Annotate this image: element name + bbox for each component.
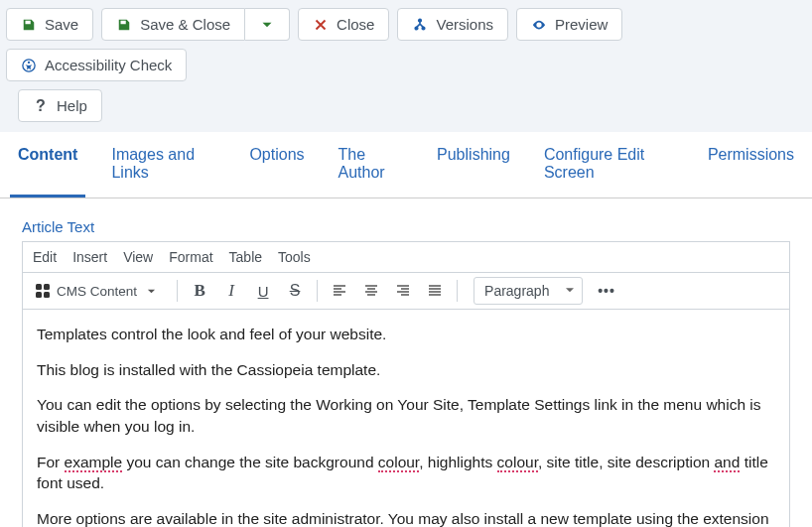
spell-error: example <box>65 454 123 472</box>
tabs: Content Images and Links Options The Aut… <box>0 132 812 198</box>
svg-rect-5 <box>36 284 42 290</box>
chevron-down-icon <box>143 283 159 299</box>
save-close-dropdown[interactable] <box>245 8 290 41</box>
cms-content-dropdown[interactable]: CMS Content <box>29 277 169 305</box>
joomla-icon <box>35 283 51 299</box>
align-center-button[interactable] <box>357 277 385 305</box>
paragraph: For example you can change the site back… <box>37 452 775 494</box>
help-label: Help <box>57 97 87 114</box>
spell-error: and <box>714 454 740 472</box>
cms-content-label: CMS Content <box>57 284 137 299</box>
close-button[interactable]: Close <box>298 8 389 41</box>
editor-menubar: Edit Insert View Format Table Tools <box>23 242 789 272</box>
align-left-button[interactable] <box>326 277 353 305</box>
help-button[interactable]: ? Help <box>18 89 102 122</box>
save-close-button[interactable]: Save & Close <box>101 8 245 41</box>
block-format-select[interactable]: Paragraph <box>474 277 583 305</box>
versions-label: Versions <box>436 16 493 33</box>
svg-point-1 <box>416 27 419 30</box>
underline-button[interactable]: U <box>249 277 277 305</box>
svg-point-0 <box>419 19 422 22</box>
italic-button[interactable]: I <box>217 277 245 305</box>
save-icon <box>116 17 132 33</box>
accessibility-label: Accessibility Check <box>45 57 172 73</box>
tab-publishing[interactable]: Publishing <box>429 132 518 198</box>
separator <box>457 280 458 302</box>
action-toolbar: Save Save & Close Close Versions Prev <box>0 0 812 85</box>
svg-rect-8 <box>44 292 50 298</box>
paragraph: More options are available in the site a… <box>37 508 775 527</box>
menu-tools[interactable]: Tools <box>278 249 311 265</box>
menu-edit[interactable]: Edit <box>33 249 57 265</box>
close-icon <box>313 17 329 33</box>
paragraph: You can edit the options by selecting th… <box>37 394 775 437</box>
versions-icon <box>412 17 428 33</box>
chevron-down-icon <box>259 17 275 33</box>
tab-configure[interactable]: Configure Edit Screen <box>536 132 682 198</box>
block-format-label: Paragraph <box>484 283 549 299</box>
menu-format[interactable]: Format <box>169 249 212 265</box>
accessibility-icon <box>21 58 37 73</box>
save-label: Save <box>45 16 78 33</box>
svg-rect-7 <box>36 292 42 298</box>
tab-permissions[interactable]: Permissions <box>700 132 802 198</box>
svg-point-2 <box>423 27 426 30</box>
align-justify-button[interactable] <box>421 277 449 305</box>
save-close-label: Save & Close <box>140 16 230 33</box>
save-button[interactable]: Save <box>6 8 93 41</box>
bold-button[interactable]: B <box>186 277 213 305</box>
spell-error: colour <box>497 454 538 472</box>
action-toolbar-row2: ? Help <box>0 85 812 132</box>
versions-button[interactable]: Versions <box>397 8 508 41</box>
save-close-group: Save & Close <box>101 8 290 41</box>
strikethrough-button[interactable]: S <box>281 277 309 305</box>
paragraph: This blog is installed with the Cassiope… <box>37 359 775 381</box>
save-icon <box>21 17 37 33</box>
more-button[interactable]: ••• <box>593 277 620 305</box>
tab-images-links[interactable]: Images and Links <box>103 132 223 198</box>
menu-insert[interactable]: Insert <box>72 249 107 265</box>
tab-content[interactable]: Content <box>10 132 85 198</box>
separator <box>317 280 318 302</box>
align-right-button[interactable] <box>389 277 417 305</box>
menu-table[interactable]: Table <box>229 249 262 265</box>
svg-point-4 <box>28 61 30 63</box>
preview-button[interactable]: Preview <box>516 8 622 41</box>
editor-body[interactable]: Templates control the look and feel of y… <box>23 310 789 527</box>
tab-options[interactable]: Options <box>241 132 312 198</box>
editor-toolbar: CMS Content B I U S <box>23 272 789 310</box>
paragraph: Templates control the look and feel of y… <box>37 324 775 345</box>
separator <box>177 280 178 302</box>
article-text-label: Article Text <box>22 218 790 235</box>
editor: Edit Insert View Format Table Tools CMS … <box>22 241 790 527</box>
close-label: Close <box>337 16 374 33</box>
content-pane: Article Text Edit Insert View Format Tab… <box>0 198 812 527</box>
eye-icon <box>531 17 547 33</box>
menu-view[interactable]: View <box>123 249 153 265</box>
accessibility-button[interactable]: Accessibility Check <box>6 49 187 81</box>
svg-rect-6 <box>44 284 50 290</box>
preview-label: Preview <box>555 16 608 33</box>
spell-error: colour <box>378 454 419 472</box>
tab-author[interactable]: The Author <box>331 132 412 198</box>
help-icon: ? <box>33 98 49 114</box>
